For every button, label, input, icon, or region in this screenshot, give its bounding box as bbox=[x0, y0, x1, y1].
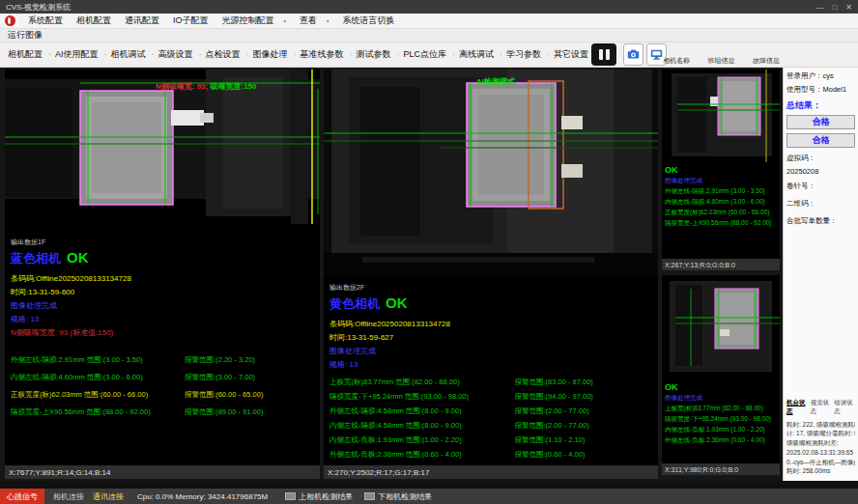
left-measurement-list: 外侧左线-隔膜:2.91mm 范围:(3.00 - 3.50) 报警范围:(2.… bbox=[9, 355, 316, 417]
measurement-text: 隔膜宽度-上X90.56mm 范围:(88.00 - 92.00) bbox=[11, 407, 185, 417]
toolbar-item-other-settings[interactable]: 其它设置 bbox=[552, 48, 596, 61]
lower-camera-preview: OK 图像处理完成 上极宽(标)83.77mm (82.00 - 88.00) … bbox=[662, 275, 780, 475]
alarm-range-text: 报警范围:(2.00 - 77.00) bbox=[515, 406, 654, 416]
tab-run-image[interactable]: 运行图像 bbox=[8, 29, 43, 42]
right-overlay-ai-mode: AI检测模式 bbox=[476, 76, 515, 87]
maximize-button[interactable]: □ bbox=[832, 3, 837, 12]
lower-total-result-badge: 合格 bbox=[786, 133, 855, 148]
upper-preview-scene bbox=[662, 70, 780, 162]
measurement-row: 隔膜宽度-上X90.56mm 范围:(88.00 - 92.00) 报警范围:(… bbox=[11, 407, 316, 417]
lower-camera-thumb-icon bbox=[364, 492, 375, 500]
measurement-row: 内侧左线-隔膜:4.58mm 范围:(8.00 - 9.00) 报警范围:(2.… bbox=[329, 421, 654, 431]
main-area: N侧吸嘴宽: 93; 吸嘴宽度:150 输出数据1F 蓝色相机 OK 条码码:O… bbox=[0, 68, 858, 481]
left-time: 时间:13-31-59-600 bbox=[11, 287, 316, 297]
measurement-text: 内侧左线-负极:1.93mm 范围:(1.00 - 2.20) bbox=[329, 435, 515, 445]
camera-snapshot-button[interactable] bbox=[623, 43, 644, 66]
menu-item-language-switch[interactable]: 系统语言切换 bbox=[335, 14, 401, 27]
alarm-range-text: 报警范围:(94.00 - 97.00) bbox=[515, 392, 654, 402]
monitor-icon bbox=[650, 48, 663, 61]
left-camera-image[interactable]: N侧吸嘴宽: 93; 吸嘴宽度:150 bbox=[5, 70, 320, 224]
right-result-area: 输出数据2F 黄色相机 OK 条码码:Offline20250208133134… bbox=[324, 275, 658, 465]
toolbar-item-plc-points[interactable]: PLC点位库 bbox=[402, 48, 458, 61]
alarm-range-text: 报警范围:(89.00 - 91.00) bbox=[185, 407, 316, 417]
tab-error-status[interactable]: 错误状态 bbox=[834, 399, 855, 416]
upper-preview-result: OK 图像处理完成 外侧左线-隔膜:2.91mm (3.00 - 3.50) 内… bbox=[662, 162, 780, 228]
aux-tab-fault-info[interactable]: 故障信息 bbox=[753, 56, 780, 66]
minimize-button[interactable]: — bbox=[815, 3, 823, 12]
menu-item-light-config[interactable]: 光源控制配置 bbox=[215, 14, 293, 27]
lower-preview-scene bbox=[662, 275, 780, 379]
virtual-code-value: 20250208 bbox=[786, 167, 855, 176]
tab-machine-status[interactable]: 机台状态 bbox=[786, 399, 808, 416]
upper-preview-image[interactable] bbox=[662, 70, 780, 162]
measurement-text: 上极宽(标)83.77mm 范围:(82.00 - 88.00) bbox=[329, 378, 515, 387]
qr-code-label: 二维码： bbox=[786, 199, 855, 209]
measurement-text: 外侧左线-负极:2.36mm 范围:(0.60 - 4.00) bbox=[329, 450, 515, 460]
toolbar-item-image-process[interactable]: 图像处理 bbox=[251, 48, 299, 61]
lower-preview-image[interactable] bbox=[662, 275, 780, 379]
left-result-area: 输出数据1F 蓝色相机 OK 条码码:Offline20250208133134… bbox=[5, 224, 320, 465]
menu-item-camera-config[interactable]: 相机配置 bbox=[70, 14, 118, 27]
right-measurement-list: 上极宽(标)83.77mm 范围:(82.00 - 88.00) 报警范围:(8… bbox=[328, 378, 654, 460]
measurement-row: 正极宽度(标)62.03mm 范围:(60.00 - 66.00) 报警范围:(… bbox=[11, 390, 316, 400]
menu-item-io-config[interactable]: IO子配置 bbox=[166, 14, 215, 27]
toolbar-item-advanced-settings[interactable]: 高级设置 bbox=[157, 48, 204, 61]
right-pixel-coordinates: X:270;Y:2502;R:17;G:17;B:17 bbox=[324, 465, 658, 479]
toolbar-item-baseline-params[interactable]: 基准线参数 bbox=[299, 48, 355, 61]
model-value: Model1 bbox=[823, 85, 847, 94]
right-camera-image[interactable]: AI检测模式 bbox=[324, 70, 658, 275]
alarm-range-text: 报警范围:(60.00 - 65.00) bbox=[185, 390, 316, 400]
preview-column: OK 图像处理完成 外侧左线-隔膜:2.91mm (3.00 - 3.50) 内… bbox=[662, 70, 780, 479]
toolbar-item-test-params[interactable]: 测试参数 bbox=[355, 48, 402, 61]
left-camera-view: N侧吸嘴宽: 93; 吸嘴宽度:150 输出数据1F 蓝色相机 OK 条码码:O… bbox=[5, 70, 320, 479]
menu-item-system-config[interactable]: 系统配置 bbox=[21, 14, 70, 27]
close-button[interactable]: ✕ bbox=[845, 3, 852, 12]
alarm-range-text: 报警范围:(1.10 - 2.10) bbox=[515, 435, 654, 445]
right-process-status: 图像处理完成 bbox=[329, 346, 654, 356]
comm-link-status: 通讯连接 bbox=[93, 491, 124, 502]
toolbar-item-ai-config[interactable]: AI使用配置 bbox=[53, 48, 109, 61]
toolbar-item-camera-debug[interactable]: 相机调试 bbox=[109, 48, 157, 61]
lower-preview-coordinates: X:311;Y:980;R:0;G:0;B:0 bbox=[662, 463, 780, 475]
stat-line: 耗时: 258.00ms bbox=[786, 466, 855, 476]
left-overlay-width-value: N侧吸嘴宽: 93; bbox=[156, 82, 208, 91]
right-result-tag: 输出数据2F bbox=[329, 283, 654, 293]
info-panel: 登录用户：cys 使用型号：Model1 总结果： 合格 合格 虚拟码： 202… bbox=[783, 68, 858, 481]
lower-preview-line: 外侧左线-负极:2.36mm (0.60 - 4.00) bbox=[665, 436, 777, 445]
menu-item-comm-config[interactable]: 通讯配置 bbox=[118, 14, 166, 27]
aux-tab-camera-name[interactable]: 相机名称 bbox=[663, 56, 690, 66]
right-camera-scene bbox=[324, 70, 658, 275]
measurement-row: 外侧左线-隔膜:2.91mm 范围:(3.00 - 3.50) 报警范围:(2.… bbox=[11, 355, 316, 365]
toolbar-item-spot-check[interactable]: 点检设置 bbox=[204, 48, 251, 61]
lower-preview-process: 图像处理完成 bbox=[665, 394, 777, 403]
measurement-row: 内侧左线-负极:1.93mm 范围:(1.00 - 2.20) 报警范围:(1.… bbox=[329, 435, 654, 445]
login-user-value: cys bbox=[823, 71, 834, 80]
measurement-text: 内侧左线-隔膜:4.58mm 范围:(8.00 - 9.00) bbox=[329, 421, 515, 431]
login-user-label: 登录用户： bbox=[786, 71, 823, 80]
toolbar-item-camera-config[interactable]: 相机配置 bbox=[6, 48, 53, 61]
toolbar-item-learning-params[interactable]: 学习参数 bbox=[504, 48, 552, 61]
lower-camera-result-indicator: 下相机检测结果 bbox=[364, 491, 432, 502]
upper-preview-line: 外侧左线-隔膜:2.91mm (3.00 - 3.50) bbox=[665, 187, 777, 196]
heartbeat-status-badge: 心跳信号 bbox=[0, 489, 44, 504]
right-grade: 规格: 13 bbox=[329, 359, 654, 370]
tab-vision-status[interactable]: 视觉状态 bbox=[811, 399, 832, 416]
aux-tab-shift-info[interactable]: 班组信息 bbox=[708, 56, 735, 66]
left-camera-name: 蓝色相机 bbox=[11, 250, 61, 267]
left-overlay-label: N侧吸嘴宽: 93; 吸嘴宽度:150 bbox=[156, 81, 256, 92]
toolbar-item-offline-debug[interactable]: 离线调试 bbox=[457, 48, 504, 61]
model-label: 使用型号： bbox=[786, 85, 823, 94]
pause-button[interactable] bbox=[591, 43, 616, 66]
measurement-row: 上极宽(标)83.77mm 范围:(82.00 - 88.00) 报警范围:(8… bbox=[329, 378, 654, 387]
left-status-ok: OK bbox=[67, 249, 89, 266]
menu-item-view[interactable]: 查看 bbox=[293, 14, 335, 27]
measurement-row: 外侧左线-负极:2.36mm 范围:(0.60 - 4.00) 报警范围:(0.… bbox=[329, 450, 654, 460]
stat-line: 0.-cys—停止相机—图像处理 bbox=[786, 458, 855, 467]
upper-camera-thumb-icon bbox=[285, 492, 296, 500]
stat-line: 耗时: 222, 级吸嘴检测耗时: bbox=[786, 420, 855, 430]
measurement-row: 内侧左线-隔膜:4.60mm 范围:(3.00 - 6.00) 报警范围:(3.… bbox=[11, 373, 316, 382]
upper-camera-preview: OK 图像处理完成 外侧左线-隔膜:2.91mm (3.00 - 3.50) 内… bbox=[662, 70, 780, 270]
lower-preview-line: 隔膜宽度-下+95.24mm (93.00 - 98.00) bbox=[665, 415, 777, 424]
measurement-row: 隔膜宽度-下+95.24mm 范围:(93.00 - 98.00) 报警范围:(… bbox=[329, 392, 654, 402]
alarm-range-text: 报警范围:(83.00 - 87.00) bbox=[515, 378, 654, 387]
